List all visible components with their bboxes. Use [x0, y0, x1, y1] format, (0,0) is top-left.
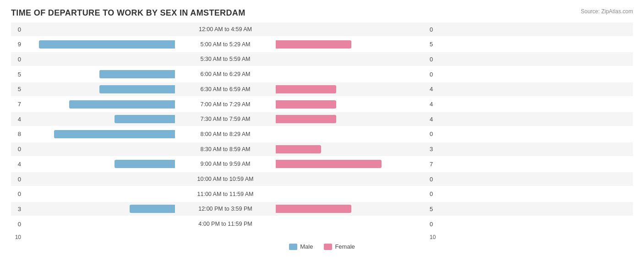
female-bar [276, 145, 321, 153]
row-label: 12:00 AM to 4:59 AM [175, 26, 276, 33]
bar-left-container [24, 190, 175, 198]
chart-row: 0 4:00 PM to 11:59 PM 0 [11, 217, 633, 231]
row-label: 8:30 AM to 8:59 AM [175, 146, 276, 152]
left-value: 5 [11, 86, 24, 92]
chart-container: TIME OF DEPARTURE TO WORK BY SEX IN AMST… [0, 0, 644, 272]
left-value: 0 [11, 190, 24, 197]
right-value: 0 [427, 56, 440, 63]
bar-right-container [276, 70, 427, 78]
chart-row: 8 8:00 AM to 8:29 AM 0 [11, 127, 633, 141]
right-value: 4 [427, 86, 440, 92]
bar-left-container [24, 115, 175, 123]
row-label: 8:00 AM to 8:29 AM [175, 131, 276, 137]
chart-row: 5 6:00 AM to 6:29 AM 0 [11, 67, 633, 81]
legend: Male Female [11, 243, 633, 250]
male-bar [69, 100, 175, 109]
row-label: 10:00 AM to 10:59 AM [175, 176, 276, 182]
right-value: 0 [427, 26, 440, 33]
bar-right-container [276, 145, 427, 153]
right-value: 0 [427, 221, 440, 228]
chart-row: 0 8:30 AM to 8:59 AM 3 [11, 142, 633, 156]
row-label: 6:00 AM to 6:29 AM [175, 71, 276, 77]
chart-row: 9 5:00 AM to 5:29 AM 5 [11, 38, 633, 51]
female-bar [276, 100, 336, 109]
row-label: 12:00 PM to 3:59 PM [175, 206, 276, 212]
female-bar [276, 85, 336, 93]
bar-left-container [24, 55, 175, 63]
right-value: 5 [427, 206, 440, 212]
source-text: Source: ZipAtlas.com [581, 8, 633, 15]
chart-row: 4 9:00 AM to 9:59 AM 7 [11, 157, 633, 171]
male-bar [115, 115, 175, 123]
row-label: 9:00 AM to 9:59 AM [175, 161, 276, 167]
female-bar [276, 40, 351, 49]
left-value: 8 [11, 131, 24, 137]
right-value: 0 [427, 71, 440, 78]
male-bar [115, 160, 175, 168]
bar-right-container [276, 190, 427, 198]
chart-row: 0 11:00 AM to 11:59 AM 0 [11, 187, 633, 201]
chart-title: TIME OF DEPARTURE TO WORK BY SEX IN AMST… [11, 8, 633, 18]
male-bar [99, 85, 175, 93]
bar-right-container [276, 115, 427, 123]
left-value: 9 [11, 41, 24, 48]
chart-row: 7 7:00 AM to 7:29 AM 4 [11, 98, 633, 111]
female-bar [276, 160, 382, 168]
bar-right-container [276, 55, 427, 63]
left-value: 0 [11, 176, 24, 183]
legend-male-label: Male [300, 243, 313, 250]
bar-left-container [24, 25, 175, 33]
chart-row: 0 12:00 AM to 4:59 AM 0 [11, 22, 633, 36]
legend-male: Male [289, 243, 313, 250]
chart-row: 0 10:00 AM to 10:59 AM 0 [11, 172, 633, 186]
left-value: 7 [11, 101, 24, 108]
bar-right-container [276, 130, 427, 138]
row-label: 4:00 PM to 11:59 PM [175, 221, 276, 227]
axis-row: 10 10 [11, 234, 633, 240]
right-value: 0 [427, 190, 440, 197]
bar-left-container [24, 160, 175, 168]
bar-right-container [276, 220, 427, 228]
bar-left-container [24, 70, 175, 78]
bar-left-container [24, 40, 175, 49]
right-value: 5 [427, 41, 440, 48]
bar-right-container [276, 100, 427, 109]
male-bar [39, 40, 175, 49]
chart-row: 0 5:30 AM to 5:59 AM 0 [11, 52, 633, 66]
legend-male-box [289, 244, 297, 250]
chart-row: 3 12:00 PM to 3:59 PM 5 [11, 202, 633, 216]
row-label: 11:00 AM to 11:59 AM [175, 191, 276, 197]
right-value: 0 [427, 131, 440, 137]
bar-left-container [24, 85, 175, 93]
left-value: 4 [11, 161, 24, 168]
bar-right-container [276, 25, 427, 33]
left-value: 0 [11, 221, 24, 228]
chart-row: 5 6:30 AM to 6:59 AM 4 [11, 82, 633, 96]
legend-female: Female [324, 243, 355, 250]
bar-right-container [276, 40, 427, 49]
bar-left-container [24, 145, 175, 153]
legend-female-box [324, 244, 332, 250]
bar-left-container [24, 175, 175, 183]
legend-female-label: Female [335, 243, 355, 250]
chart-row: 4 7:30 AM to 7:59 AM 4 [11, 112, 633, 126]
left-value: 5 [11, 71, 24, 78]
right-value: 7 [427, 161, 440, 168]
row-label: 5:00 AM to 5:29 AM [175, 41, 276, 48]
left-value: 0 [11, 56, 24, 63]
right-value: 0 [427, 176, 440, 183]
bar-right-container [276, 160, 427, 168]
bar-right-container [276, 85, 427, 93]
right-value: 4 [427, 101, 440, 108]
bar-left-container [24, 220, 175, 228]
row-label: 7:30 AM to 7:59 AM [175, 116, 276, 122]
male-bar [130, 205, 175, 213]
left-value: 0 [11, 26, 24, 33]
axis-left-value: 10 [11, 234, 24, 240]
male-bar [99, 70, 175, 78]
left-value: 0 [11, 146, 24, 152]
row-label: 7:00 AM to 7:29 AM [175, 101, 276, 108]
axis-right-value: 10 [427, 234, 440, 240]
bar-left-container [24, 100, 175, 109]
female-bar [276, 205, 351, 213]
